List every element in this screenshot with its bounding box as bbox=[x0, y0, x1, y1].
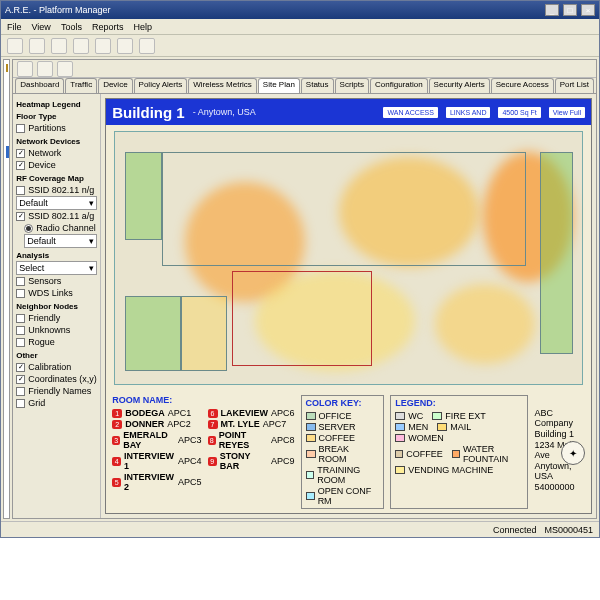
toolbar-btn-2[interactable] bbox=[29, 38, 45, 54]
panel-header: Other bbox=[16, 351, 97, 360]
tab-bar: Dashboard Traffic Device Policy Alerts W… bbox=[13, 78, 596, 94]
main-pane: Dashboard Traffic Device Policy Alerts W… bbox=[12, 59, 597, 519]
legend-strip: ROOM NAME: 1BODEGAAPC1 2DONNERAPC2 3EMER… bbox=[106, 391, 591, 513]
checkbox[interactable] bbox=[16, 289, 25, 298]
compass-icon: ✦ bbox=[561, 441, 585, 465]
header-pill[interactable]: WAN ACCESS bbox=[383, 107, 437, 118]
room-list-2: 6LAKEVIEWAPC6 7MT. LYLEAPC7 8POINT REYES… bbox=[208, 395, 295, 509]
panel-header: RF Coverage Map bbox=[16, 174, 97, 183]
tab[interactable]: Port List bbox=[555, 78, 594, 93]
minimize-button[interactable]: _ bbox=[545, 4, 559, 16]
tab[interactable]: Secure Access bbox=[491, 78, 554, 93]
floorplan-view: Building 1 - Anytown, USA WAN ACCESS LIN… bbox=[105, 98, 592, 514]
swatch bbox=[395, 423, 405, 431]
tree-item-selected[interactable]: All bbox=[6, 146, 10, 158]
tree-item[interactable]: User-defined Devices bbox=[6, 110, 10, 122]
dropdown[interactable]: Default▾ bbox=[24, 234, 97, 248]
menu-file[interactable]: File bbox=[7, 22, 22, 32]
view-toolbar bbox=[13, 60, 596, 78]
checkbox[interactable] bbox=[16, 124, 25, 133]
toolbar bbox=[1, 35, 599, 57]
swatch bbox=[306, 412, 316, 420]
legend-key: LEGEND: WCFIRE EXT MENMAIL WOMEN COFFEEW… bbox=[390, 395, 528, 509]
menu-view[interactable]: View bbox=[32, 22, 51, 32]
checkbox[interactable]: ✓ bbox=[16, 149, 25, 158]
header-pill[interactable]: LINKS AND bbox=[446, 107, 491, 118]
toolbar-btn-5[interactable] bbox=[95, 38, 111, 54]
swatch bbox=[306, 492, 315, 500]
room-list: ROOM NAME: 1BODEGAAPC1 2DONNERAPC2 3EMER… bbox=[112, 395, 201, 509]
checkbox[interactable] bbox=[16, 326, 25, 335]
tree-item[interactable]: Unknown Devices bbox=[6, 98, 10, 110]
menu-reports[interactable]: Reports bbox=[92, 22, 124, 32]
floorplan-canvas[interactable] bbox=[114, 131, 583, 385]
checkbox[interactable] bbox=[16, 186, 25, 195]
app-window: A.R.E. - Platform Manager _ □ × File Vie… bbox=[0, 0, 600, 538]
toolbar-btn-4[interactable] bbox=[73, 38, 89, 54]
view-btn-3[interactable] bbox=[57, 61, 73, 77]
tab[interactable]: Policy Alerts bbox=[134, 78, 188, 93]
close-button[interactable]: × bbox=[581, 4, 595, 16]
checkbox[interactable] bbox=[16, 338, 25, 347]
toolbar-btn-3[interactable] bbox=[51, 38, 67, 54]
checkbox[interactable]: ✓ bbox=[16, 375, 25, 384]
checkbox[interactable] bbox=[16, 277, 25, 286]
header-pill[interactable]: View Full bbox=[549, 107, 585, 118]
floor-title: Building 1 bbox=[112, 104, 185, 121]
dropdown[interactable]: Select▾ bbox=[16, 261, 97, 275]
swatch bbox=[306, 423, 316, 431]
status-bar: Connected MS0000451 bbox=[1, 521, 599, 537]
radio[interactable] bbox=[24, 224, 33, 233]
panel-header: Floor Type bbox=[16, 112, 97, 121]
tab[interactable]: Configuration bbox=[370, 78, 428, 93]
swatch bbox=[306, 471, 315, 479]
tree-root[interactable]: Network Management Views bbox=[6, 62, 7, 74]
checkbox[interactable] bbox=[16, 314, 25, 323]
panel-header: Network Devices bbox=[16, 137, 97, 146]
tab[interactable]: Status bbox=[301, 78, 334, 93]
status-connected: Connected bbox=[493, 525, 537, 535]
tab[interactable]: Scripts bbox=[335, 78, 369, 93]
nav-tree[interactable]: Network Management Views Infrastructure … bbox=[3, 59, 10, 519]
maximize-button[interactable]: □ bbox=[563, 4, 577, 16]
menu-help[interactable]: Help bbox=[133, 22, 152, 32]
tab[interactable]: Security Alerts bbox=[429, 78, 490, 93]
folder-icon bbox=[6, 64, 8, 72]
view-btn-2[interactable] bbox=[37, 61, 53, 77]
panel-header: Analysis bbox=[16, 251, 97, 260]
menu-tools[interactable]: Tools bbox=[61, 22, 82, 32]
tab-active[interactable]: Site Plan bbox=[258, 78, 300, 93]
swatch bbox=[437, 423, 447, 431]
dropdown[interactable]: Default▾ bbox=[16, 196, 97, 210]
checkbox[interactable] bbox=[16, 387, 25, 396]
checkbox[interactable] bbox=[16, 399, 25, 408]
panel-header: Heatmap Legend bbox=[16, 100, 97, 109]
tab[interactable]: Dashboard bbox=[15, 78, 64, 93]
floor-subtitle: - Anytown, USA bbox=[193, 107, 256, 117]
tab[interactable]: Traffic bbox=[65, 78, 97, 93]
tree-item[interactable]: System Groups bbox=[6, 134, 10, 146]
menubar: File View Tools Reports Help bbox=[1, 19, 599, 35]
tab[interactable]: Device bbox=[98, 78, 132, 93]
header-pill[interactable]: 4500 Sq Ft bbox=[498, 107, 540, 118]
toolbar-btn-6[interactable] bbox=[117, 38, 133, 54]
checkbox[interactable]: ✓ bbox=[16, 212, 25, 221]
app-title: A.R.E. - Platform Manager bbox=[5, 5, 111, 15]
tab[interactable]: Wireless Metrics bbox=[188, 78, 257, 93]
toolbar-btn-7[interactable] bbox=[139, 38, 155, 54]
panel-header: Neighbor Nodes bbox=[16, 302, 97, 311]
checkbox[interactable]: ✓ bbox=[16, 161, 25, 170]
tree-item[interactable]: Infrastructure Resources bbox=[6, 74, 10, 86]
toolbar-btn-1[interactable] bbox=[7, 38, 23, 54]
swatch bbox=[395, 450, 403, 458]
tree-item[interactable]: Switches bbox=[6, 86, 10, 98]
swatch bbox=[452, 450, 460, 458]
view-btn-1[interactable] bbox=[17, 61, 33, 77]
color-key: COLOR KEY: OFFICE SERVER COFFEE BREAK RO… bbox=[301, 395, 385, 509]
swatch bbox=[395, 412, 405, 420]
checkbox[interactable]: ✓ bbox=[16, 363, 25, 372]
status-node: MS0000451 bbox=[544, 525, 593, 535]
floorplan-header: Building 1 - Anytown, USA WAN ACCESS LIN… bbox=[106, 99, 591, 125]
swatch bbox=[395, 466, 405, 474]
tree-item[interactable]: Network Map bbox=[6, 122, 10, 134]
